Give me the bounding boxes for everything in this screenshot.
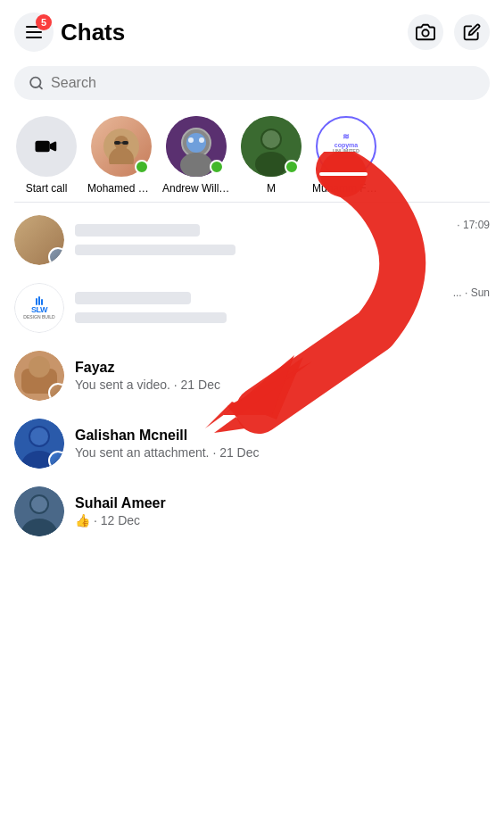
svg-point-21 (29, 356, 50, 378)
story-label-m: M (267, 182, 276, 195)
compose-icon (463, 23, 481, 41)
chat-name-slw (75, 292, 435, 308)
chat-avatar-galishan (14, 419, 64, 469)
notification-badge: 5 (36, 14, 52, 30)
svg-point-17 (255, 152, 287, 177)
camera-button[interactable] (408, 14, 443, 50)
menu-button[interactable]: 5 (14, 12, 54, 52)
chat-item-fayaz[interactable]: Fayaz You sent a video. · 21 Dec (0, 342, 504, 410)
story-label-copyma: Muhamm Faroo (312, 182, 380, 195)
story-mohamed[interactable]: Mohamed Mumthasir (86, 116, 157, 195)
chat-content-galishan: Galishan Mcneill You sent an attachment.… (75, 428, 490, 460)
svg-point-29 (31, 496, 47, 512)
chat-item-slw[interactable]: SLW DESIGN BUILD ... · Sun (0, 274, 504, 342)
small-avatar-galishan (48, 451, 64, 469)
chat-time-slw: ... · Sun (453, 286, 490, 299)
chat-preview-galishan: You sent an attachment. · 21 Dec (75, 445, 490, 460)
story-andrew[interactable]: Andrew William (161, 116, 232, 195)
svg-point-18 (262, 130, 280, 148)
start-call-avatar (16, 116, 77, 177)
chat-name-suhail: Suhail Ameer (75, 495, 490, 511)
chat-avatar-suhail (14, 486, 64, 536)
svg-rect-2 (36, 141, 50, 153)
chat-name-1 (75, 224, 439, 240)
story-m[interactable]: M (235, 116, 307, 195)
chat-name-fayaz: Fayaz (75, 360, 490, 376)
small-avatar-fayaz (48, 383, 64, 401)
chat-list: · 17:09 SLW DESIGN BUILD ... · Sun (0, 203, 504, 549)
svg-rect-6 (114, 141, 120, 145)
header: 5 Chats (0, 0, 504, 61)
search-icon (29, 75, 44, 91)
svg-point-0 (422, 29, 428, 36)
online-indicator-m (285, 160, 299, 174)
chat-avatar-slw: SLW DESIGN BUILD (14, 283, 64, 333)
chat-name-galishan: Galishan Mcneill (75, 428, 490, 444)
chat-item-galishan[interactable]: Galishan Mcneill You sent an attachment.… (0, 410, 504, 477)
svg-point-25 (30, 428, 48, 445)
story-avatar-mohamed (91, 116, 152, 177)
video-call-icon (33, 133, 60, 160)
chat-content-1 (75, 224, 439, 256)
story-copyma[interactable]: ≋ copyma UNLIMITED WORDS Muhamm Faroo (310, 116, 382, 195)
story-avatar-copyma: ≋ copyma UNLIMITED WORDS (316, 116, 376, 177)
story-label-mohamed: Mohamed Mumthasir (87, 182, 155, 195)
start-call-item[interactable]: Start call (11, 116, 82, 195)
chat-content-fayaz: Fayaz You sent a video. · 21 Dec (75, 360, 490, 392)
page-title: Chats (61, 19, 397, 46)
chat-content-slw (75, 292, 435, 324)
story-avatar-m (241, 116, 302, 177)
stories-row: Start call Mohamed Mumthasir (0, 109, 504, 202)
svg-point-13 (188, 137, 194, 143)
svg-point-11 (186, 133, 206, 153)
chat-avatar-fayaz (14, 351, 64, 401)
chat-item-suhail[interactable]: Suhail Ameer 👍 · 12 Dec (0, 477, 504, 545)
svg-rect-7 (122, 141, 128, 145)
chat-content-suhail: Suhail Ameer 👍 · 12 Dec (75, 495, 490, 527)
chat-time-1: · 17:09 (457, 219, 490, 231)
small-avatar-1 (48, 247, 64, 265)
chat-preview-1 (75, 242, 439, 256)
search-bar[interactable] (14, 66, 490, 100)
chat-preview-fayaz: You sent a video. · 21 Dec (75, 378, 490, 392)
chat-preview-suhail: 👍 · 12 Dec (75, 513, 490, 527)
compose-button[interactable] (454, 14, 490, 50)
chat-item-1[interactable]: · 17:09 (0, 206, 504, 274)
search-container (0, 61, 504, 109)
chat-avatar-1 (14, 215, 64, 265)
svg-point-12 (180, 153, 212, 177)
camera-icon (416, 22, 435, 42)
search-input[interactable] (51, 75, 475, 91)
story-avatar-andrew (166, 116, 227, 177)
online-indicator-andrew (210, 160, 224, 174)
svg-point-14 (199, 137, 204, 143)
story-label-andrew: Andrew William (162, 182, 230, 195)
slw-text: SLW (31, 306, 47, 314)
start-call-label: Start call (26, 182, 68, 195)
chat-preview-slw (75, 310, 435, 324)
slw-sub: DESIGN BUILD (23, 314, 54, 320)
online-indicator-mohamed (135, 160, 149, 174)
